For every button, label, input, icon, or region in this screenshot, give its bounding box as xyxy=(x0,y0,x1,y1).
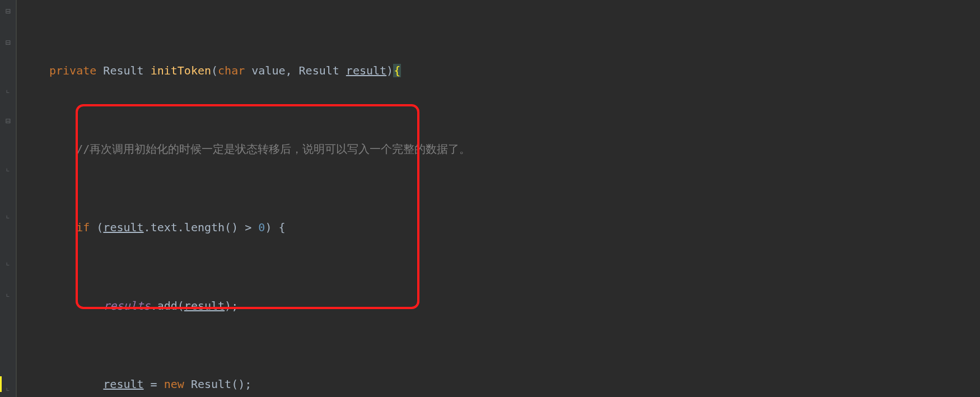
fold-minus-icon[interactable]: ⊟ xyxy=(4,7,12,15)
editor-gutter: ⊟ ⊟ ⌞ ⊟ ⌞ ⌞ ⌞ ⌞ ⌞ xyxy=(0,0,17,397)
fold-end-icon: ⌞ xyxy=(4,211,12,219)
code-line[interactable]: private Result initToken(char value, Res… xyxy=(17,63,980,78)
type-result: Result xyxy=(299,64,346,77)
fold-end-icon: ⌞ xyxy=(4,289,12,297)
brace-highlight: { xyxy=(393,64,401,77)
fold-end-icon: ⌞ xyxy=(4,384,12,391)
method-name: initToken xyxy=(151,64,211,77)
fold-end-icon: ⌞ xyxy=(4,86,12,94)
fold-end-icon: ⌞ xyxy=(4,164,12,172)
caret-line-indicator xyxy=(0,376,2,392)
comment-text: //再次调用初始化的时候一定是状态转移后，说明可以写入一个完整的数据了。 xyxy=(76,142,470,156)
fold-minus-icon[interactable]: ⊟ xyxy=(4,117,12,125)
keyword-char: char xyxy=(218,64,245,77)
param-result: result xyxy=(346,64,386,77)
code-line[interactable]: results.add(result); xyxy=(17,298,980,314)
code-line[interactable]: //再次调用初始化的时候一定是状态转移后，说明可以写入一个完整的数据了。 xyxy=(17,141,980,157)
code-line[interactable]: if (result.text.length() > 0) { xyxy=(17,219,980,235)
keyword-private: private xyxy=(49,64,96,77)
code-area[interactable]: private Result initToken(char value, Res… xyxy=(17,0,980,397)
code-editor[interactable]: ⊟ ⊟ ⌞ ⊟ ⌞ ⌞ ⌞ ⌞ ⌞ private Result initTok… xyxy=(0,0,980,397)
code-line[interactable]: result = new Result(); xyxy=(17,376,980,392)
fold-minus-icon[interactable]: ⊟ xyxy=(4,39,12,46)
type-result: Result xyxy=(103,64,150,77)
fold-end-icon: ⌞ xyxy=(4,258,12,266)
annotation-highlight-box xyxy=(76,104,419,309)
